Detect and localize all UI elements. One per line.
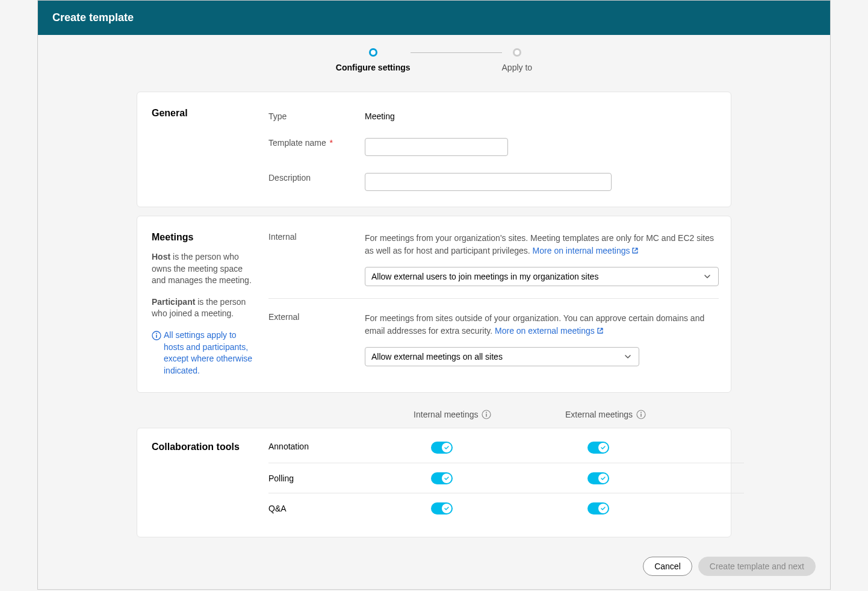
description-input[interactable] [365, 173, 612, 191]
svg-rect-2 [156, 335, 157, 339]
collaboration-tools-card: Collaboration tools Annotation [137, 428, 731, 537]
chevron-down-icon [624, 353, 631, 360]
stepper: Configure settings Apply to [38, 35, 830, 83]
svg-rect-5 [486, 414, 488, 417]
internal-meetings-column-header: Internal meetings [414, 410, 565, 419]
internal-select[interactable]: Allow external users to join meetings in… [365, 267, 719, 286]
external-meetings-column-header: External meetings [565, 410, 717, 419]
info-icon[interactable] [482, 410, 491, 419]
svg-point-7 [640, 412, 642, 413]
description-label: Description [268, 169, 365, 183]
type-label: Type [268, 108, 365, 121]
meetings-card: Meetings Host is the person who owns the… [137, 216, 731, 393]
annotation-external-toggle[interactable] [587, 442, 609, 454]
template-name-input[interactable] [365, 138, 508, 156]
more-internal-link[interactable]: More on internal meetings [533, 246, 639, 255]
qa-label: Q&A [268, 504, 390, 513]
general-card: General Type Meeting Template name * Des… [137, 92, 731, 207]
more-external-link[interactable]: More on external meetings [495, 326, 604, 336]
qa-external-toggle[interactable] [587, 502, 609, 514]
internal-label: Internal [268, 232, 365, 242]
annotation-label: Annotation [268, 442, 390, 451]
polling-internal-toggle[interactable] [431, 472, 453, 484]
svg-rect-8 [640, 414, 642, 417]
footer: Cancel Create template and next [38, 546, 830, 589]
external-label: External [268, 312, 365, 322]
step-applyto-circle[interactable] [513, 48, 521, 57]
collaboration-tools-heading: Collaboration tools [152, 442, 254, 452]
external-link-icon [597, 327, 604, 334]
internal-description: For meetings from your organization's si… [365, 232, 719, 257]
info-icon[interactable] [636, 410, 646, 419]
settings-note: All settings apply to hosts and particip… [152, 330, 254, 377]
polling-label: Polling [268, 474, 390, 483]
cancel-button[interactable]: Cancel [643, 557, 692, 576]
general-heading: General [152, 108, 254, 119]
meetings-heading: Meetings [152, 232, 254, 243]
step-applyto-label: Apply to [502, 63, 533, 72]
page-title: Create template [38, 1, 830, 35]
host-description: Host is the person who owns the meeting … [152, 251, 254, 287]
divider [268, 298, 719, 299]
stepper-line [411, 52, 502, 53]
svg-point-1 [156, 333, 157, 334]
annotation-internal-toggle[interactable] [431, 442, 453, 454]
external-link-icon [631, 247, 639, 254]
type-value: Meeting [365, 108, 716, 121]
create-template-next-button[interactable]: Create template and next [698, 557, 816, 576]
participant-description: Participant is the person who joined a m… [152, 296, 254, 320]
columns-header: Internal meetings External meetings [137, 401, 731, 428]
step-configure-label: Configure settings [336, 63, 411, 72]
qa-internal-toggle[interactable] [431, 502, 453, 514]
chevron-down-icon [704, 273, 711, 280]
info-icon [152, 331, 161, 340]
template-name-label: Template name * [268, 134, 365, 148]
external-select[interactable]: Allow external meetings on all sites [365, 347, 639, 366]
polling-external-toggle[interactable] [587, 472, 609, 484]
external-description: For meetings from sites outside of your … [365, 312, 719, 337]
step-configure-circle[interactable] [369, 48, 377, 57]
svg-point-4 [486, 412, 487, 413]
